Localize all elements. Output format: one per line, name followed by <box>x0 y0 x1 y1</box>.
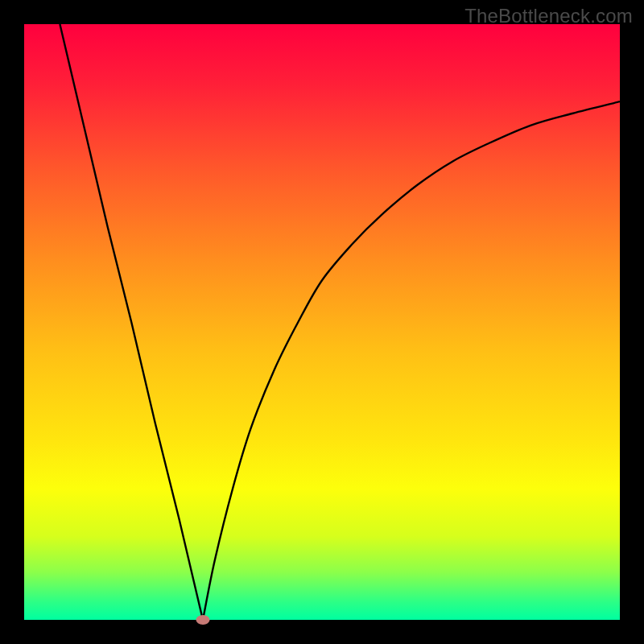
plot-area <box>24 24 620 620</box>
bottleneck-curve <box>60 24 620 620</box>
curve-layer <box>24 24 620 620</box>
minimum-marker <box>196 615 210 625</box>
chart-frame: TheBottleneck.com <box>0 0 644 644</box>
